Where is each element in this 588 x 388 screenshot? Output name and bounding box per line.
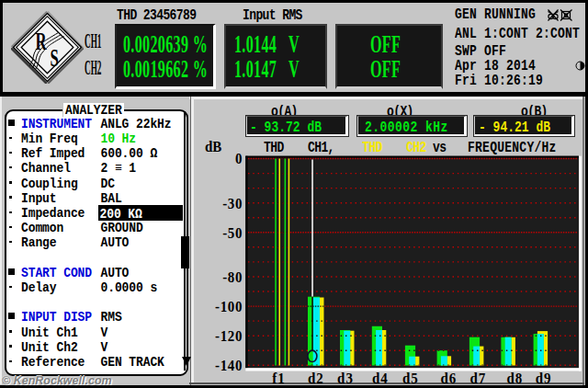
svg-text:S: S: [51, 43, 59, 71]
